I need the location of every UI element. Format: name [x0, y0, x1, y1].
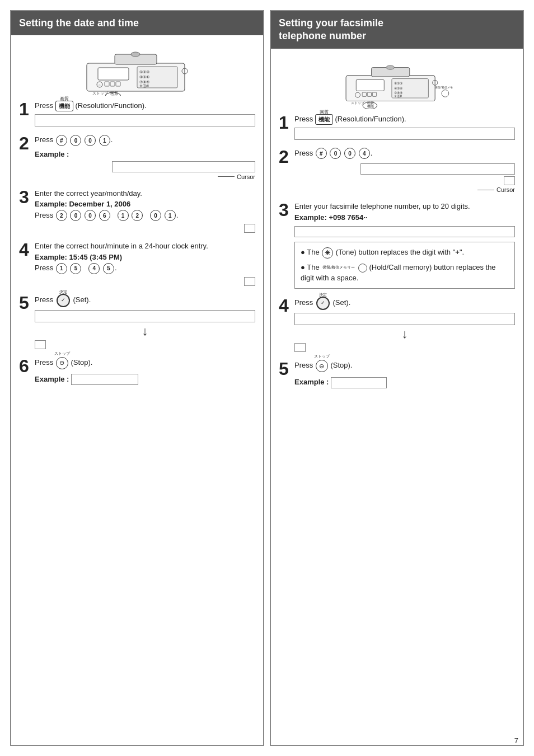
right-step-2-small-box	[504, 176, 515, 185]
set-btn-right: 決定 ✓	[316, 297, 330, 310]
left-step-6-number: 6	[19, 357, 29, 375]
p4-btn: 4	[88, 263, 100, 274]
right-step-3-input-box	[294, 226, 515, 237]
right-resolution-btn: 画質 機能	[315, 114, 333, 125]
zero2-btn: 0	[85, 135, 96, 146]
two-btn: 2	[56, 210, 67, 221]
left-step-4-press: Press 1 5 4 5.	[35, 262, 255, 274]
two2-btn: 2	[132, 210, 143, 221]
svg-text:④⑤⑥: ④⑤⑥	[394, 86, 402, 90]
p1-btn: 1	[56, 263, 67, 274]
hold-memory-icon	[358, 264, 367, 273]
left-step-4-content: Enter the correct hour/minute in a 24-ho…	[35, 241, 255, 286]
left-step-4-small-box	[244, 277, 255, 286]
right-step-3-number: 3	[279, 201, 289, 219]
svg-text:④⑤⑥: ④⑤⑥	[139, 75, 149, 79]
svg-text:⑦⑧⑨: ⑦⑧⑨	[139, 80, 149, 84]
left-step-3: 3 Enter the correct year/month/day. Exam…	[19, 188, 255, 233]
left-step-6-content: Press ストップ ⊖ (Stop). Example :	[35, 357, 255, 386]
left-step-5-content: Press 決定 ✓ (Set). ↓	[35, 294, 255, 349]
tone-btn: ✳	[322, 247, 333, 259]
left-section-header: Setting the date and time	[11, 11, 263, 35]
right-step-1-text: Press 画質 機能 (Resolution/Function).	[294, 114, 515, 125]
left-step-4-box-area	[35, 277, 255, 286]
left-step-3-content: Enter the correct year/month/day. Exampl…	[35, 188, 255, 233]
right-step-2-content: Press # 0 0 4. Cursor	[294, 148, 515, 194]
left-step-5-number: 5	[19, 294, 29, 312]
left-step-3-number: 3	[19, 188, 29, 206]
right-step-5-example-box	[331, 377, 387, 388]
right-section: Setting your facsimiletelephone number ①…	[270, 10, 524, 746]
left-step-2-cursor-area	[35, 161, 255, 172]
right-step-3-note: ● The ✳ (Tone) button replaces the digit…	[294, 242, 515, 289]
p52-btn: 5	[103, 263, 114, 274]
left-step-5: 5 Press 決定 ✓ (Set). ↓	[19, 294, 255, 349]
left-fax-svg: ①②③ ④⑤⑥ ⑦⑧⑨ ✳⓪# ○	[81, 46, 193, 96]
left-step-5-box	[35, 310, 255, 322]
right-step-2: 2 Press # 0 0 4. Cursor	[279, 148, 515, 194]
right-step-2-box-area	[294, 163, 515, 185]
left-step-4-number: 4	[19, 241, 29, 259]
right-step-3-example: Example: +098 7654··	[294, 212, 515, 223]
right-step-1-content: Press 画質 機能 (Resolution/Function).	[294, 114, 515, 140]
left-cursor-text: Cursor	[237, 173, 255, 180]
svg-text:機能: 機能	[110, 95, 118, 96]
page-number: 7	[514, 736, 518, 745]
right-step-2-text: Press # 0 0 4.	[294, 148, 515, 159]
right-fax-diagram: ①②③ ④⑤⑥ ⑦⑧⑨ ✳⓪# ス	[279, 60, 515, 109]
svg-text:ストップ: ストップ	[351, 101, 365, 105]
left-step-3-small-box	[244, 224, 255, 233]
left-step-4: 4 Enter the correct hour/minute in a 24-…	[19, 241, 255, 286]
left-step-3-main: Enter the correct year/month/day.	[35, 188, 255, 199]
svg-point-27	[442, 90, 449, 97]
left-step-6-example-label: Example :	[35, 374, 255, 386]
p5-btn: 5	[70, 263, 81, 274]
left-step-5-small-box	[35, 340, 46, 349]
right-step-5: 5 Press ストップ ⊖ (Stop). Example :	[279, 360, 515, 388]
left-header-text: Setting the date and time	[19, 17, 139, 29]
left-step-1-number: 1	[19, 100, 29, 118]
left-fax-diagram: ①②③ ④⑤⑥ ⑦⑧⑨ ✳⓪# ○	[19, 46, 255, 96]
right-step-5-content: Press ストップ ⊖ (Stop). Example :	[294, 360, 515, 388]
zero1-btn: 0	[70, 135, 81, 146]
left-step-2-number: 2	[19, 134, 29, 152]
right-step-4-number: 4	[279, 297, 289, 314]
right-step-4: 4 Press 決定 ✓ (Set). ↓	[279, 297, 515, 352]
stop-btn-left: ストップ ⊖	[56, 357, 68, 369]
left-step-3-box-area	[35, 224, 255, 233]
svg-rect-1	[98, 68, 129, 80]
six-btn: 6	[99, 210, 110, 221]
left-step-2: 2 Press # 0 0 1. Example : C	[19, 134, 255, 180]
note-hold: ● The 保留/着信メモリー (Hold/Call memory) butto…	[301, 262, 509, 284]
left-arrow-down: ↓	[35, 324, 255, 339]
svg-rect-20	[356, 79, 384, 91]
r-zero1-btn: 0	[330, 148, 341, 159]
z3-btn: 0	[150, 210, 161, 221]
right-section-body: ①②③ ④⑤⑥ ⑦⑧⑨ ✳⓪# ス	[271, 49, 523, 745]
right-step-2-number: 2	[279, 148, 289, 166]
left-step-6: 6 Press ストップ ⊖ (Stop). Example :	[19, 357, 255, 386]
right-step-3-content: Enter your facsimile telephone number, u…	[294, 201, 515, 289]
z1-btn: 0	[70, 210, 81, 221]
right-step-3-main: Enter your facsimile telephone number, u…	[294, 201, 515, 212]
right-arrow-down: ↓	[294, 327, 515, 341]
set-btn-left: 決定 ✓	[57, 294, 70, 307]
left-step-6-text: Press ストップ ⊖ (Stop).	[35, 357, 255, 369]
left-step-3-press: Press 2 0 0 6 1 2 0 1.	[35, 210, 255, 222]
right-step-5-number: 5	[279, 360, 289, 378]
right-step-5-text: Press ストップ ⊖ (Stop).	[294, 360, 515, 372]
r-four-btn: 4	[359, 148, 370, 159]
right-step-4-text: Press 決定 ✓ (Set).	[294, 297, 515, 310]
left-step-2-example-label: Example :	[35, 149, 255, 160]
right-header-text: Setting your facsimiletelephone number	[279, 17, 383, 41]
right-step-1: 1 Press 画質 機能 (Resolution/Function).	[279, 114, 515, 140]
svg-point-29	[386, 65, 395, 69]
svg-text:①②③: ①②③	[139, 70, 149, 74]
one-btn: 1	[99, 135, 110, 146]
r-hash-btn: #	[316, 148, 327, 159]
left-step-1-box	[35, 114, 255, 126]
right-step-3: 3 Enter your facsimile telephone number,…	[279, 201, 515, 289]
left-step-5-text: Press 決定 ✓ (Set).	[35, 294, 255, 307]
right-step-1-box	[294, 128, 515, 140]
left-step-2-input-box	[112, 161, 255, 172]
